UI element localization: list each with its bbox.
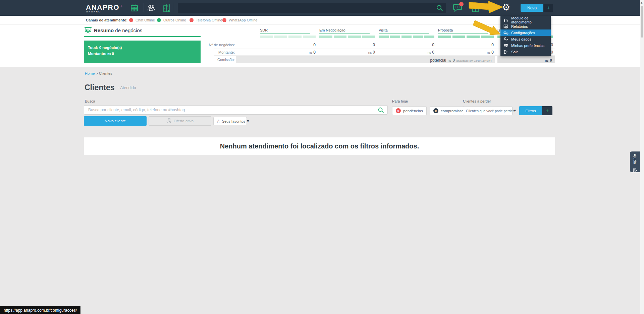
total-label: Total:: [88, 46, 98, 50]
logout-icon: [503, 49, 508, 55]
amount-value-proposta: R$ 0: [438, 50, 494, 55]
clients-to-lose-select[interactable]: Clientes que você pode perder ▼: [463, 106, 513, 115]
channel-label: Chat Offline: [136, 18, 155, 22]
channel-chat: Chat Offline: [129, 18, 155, 22]
seus-favoritos-button[interactable]: ☆ Seus favoritos ▼: [213, 117, 247, 125]
pendencias-label: pendências: [403, 109, 423, 113]
clients-to-lose-label: Clientes a perder: [463, 99, 491, 103]
global-search-icon[interactable]: [436, 4, 443, 13]
logo-text: ANAPRO: [86, 3, 119, 11]
building-icon[interactable]: [162, 3, 171, 14]
menu-item-meus-dados[interactable]: Meus dados: [500, 36, 551, 42]
channel-label: Telefonia Offline: [196, 18, 222, 22]
deals-value-sdr: 0: [260, 43, 316, 47]
calendar-icon[interactable]: [130, 4, 139, 13]
funnel-column-proposta: Proposta: [438, 28, 453, 32]
sliders-icon: [503, 43, 508, 48]
scrollbar-up-arrow[interactable]: ▲: [641, 1, 642, 4]
seus-favoritos-label: Seus favoritos: [222, 119, 246, 123]
presentation-chart-icon: [84, 27, 92, 36]
row-label-commission: Comissão:: [181, 58, 235, 62]
menu-item-configuracoes[interactable]: ⚙⚙ Configurações: [500, 29, 551, 36]
commission-bar: potencial R$ 0 atualizado em 03/10 16:49…: [236, 56, 495, 63]
row-label-deals: Nº de negócios:: [181, 43, 235, 47]
amount-value-sdr: R$ 0: [260, 50, 316, 55]
deals-value-visita: 0: [379, 43, 434, 47]
status-dot-red: [222, 18, 226, 22]
help-tab[interactable]: Ajuda: [630, 151, 640, 172]
navbar-divider: [159, 3, 159, 12]
commission-total-value: 0: [550, 58, 552, 63]
gears-icon: ⚙⚙: [503, 30, 508, 36]
empty-results-band: Nenhum atendimento foi localizado com os…: [84, 137, 555, 155]
logo-subtitle: ANAPRO: [86, 10, 101, 13]
funnel-segments-proposta: [438, 36, 494, 38]
notification-dot: [459, 2, 464, 6]
funnel-underline: [379, 34, 429, 34]
report-chart-icon: [503, 24, 508, 29]
novo-cliente-button[interactable]: Novo cliente: [84, 116, 147, 126]
oferta-ativa-label: Oferta ativa: [174, 119, 194, 123]
client-search-input[interactable]: [84, 105, 388, 115]
global-search-input[interactable]: [178, 3, 446, 13]
deals-value-proposta: 0: [438, 43, 494, 47]
today-label: Para hoje: [392, 99, 408, 103]
funnel-segments-negociacao: [319, 36, 375, 38]
funnel-segments-sdr: [260, 36, 316, 38]
hand-gift-icon[interactable]: [487, 3, 497, 14]
menu-item-relatorios[interactable]: Relatórios: [500, 23, 551, 29]
help-doc-icon: [633, 168, 637, 174]
user-edit-icon: [503, 37, 508, 42]
commission-value: 0: [452, 58, 455, 63]
menu-item-label: Sair: [511, 50, 518, 54]
star-icon: ☆: [216, 119, 220, 124]
filtros-button[interactable]: Filtros: [519, 106, 542, 115]
menu-item-modulo-atendimento[interactable]: Módulo de atendimento: [500, 17, 551, 23]
amount-currency: R$: [107, 53, 111, 56]
gift-icon[interactable]: [471, 3, 480, 14]
menu-item-minhas-preferencias[interactable]: Minhas preferências: [500, 42, 551, 49]
funnel-underline: [260, 34, 310, 34]
breadcrumb-home-link[interactable]: Home: [85, 71, 95, 75]
filtros-plus-button[interactable]: +: [542, 106, 552, 115]
channel-telefonia: Telefonia Offline: [190, 18, 222, 22]
novo-plus-button[interactable]: +: [543, 4, 553, 12]
status-dot-red: [129, 18, 133, 22]
channel-whatsapp: WhatsApp Offline: [222, 18, 257, 22]
navbar-divider: [174, 3, 174, 12]
menu-item-sair[interactable]: Sair: [500, 49, 551, 55]
channel-outros: Outros Online: [157, 18, 186, 22]
help-tab-label: Ajuda: [633, 154, 637, 164]
novo-button[interactable]: Novo: [521, 4, 543, 12]
scrollbar-thumb[interactable]: [641, 6, 643, 38]
select-value: Clientes que você pode perder: [466, 109, 514, 113]
chevron-down-icon: ▼: [247, 120, 249, 123]
status-bar-url: https://app.anapro.com.br/configuracoes/: [0, 306, 80, 314]
pendencias-button[interactable]: 0 pendências: [392, 106, 427, 115]
channel-label: WhatsApp Offline: [229, 18, 257, 22]
page-scrollbar[interactable]: [640, 0, 644, 314]
funnel-column-visita: Visita: [379, 28, 388, 32]
logo-plus-icon: +: [120, 3, 123, 9]
channel-label: Outros Online: [163, 18, 186, 22]
search-label: Busca: [85, 99, 95, 103]
commission-potential-label: potencial: [430, 58, 446, 63]
client-search-icon[interactable]: [378, 107, 384, 115]
commission-updated-timestamp: atualizado em 03/10 16:49:44: [457, 59, 492, 62]
top-navbar: ANAPRO+ ANAPRO: [0, 0, 640, 16]
breadcrumb: Home > Clientes: [85, 71, 112, 75]
menu-item-label: Minhas preferências: [511, 44, 544, 48]
chat-notifications-icon[interactable]: [453, 3, 463, 14]
users-icon[interactable]: [147, 4, 156, 13]
settings-gear-icon[interactable]: ⚙: [502, 3, 510, 12]
status-dot-green: [157, 18, 161, 22]
commission-total-cell: R$ 0: [497, 56, 555, 63]
oferta-ativa-button[interactable]: Oferta ativa: [149, 116, 211, 126]
menu-item-label: Configurações: [511, 31, 535, 35]
page-title: Clientes- Atendido: [85, 83, 136, 92]
amount-value: 0: [112, 52, 114, 56]
breadcrumb-separator: >: [95, 71, 99, 75]
summary-title: Resumo de negócios: [94, 27, 142, 33]
funnel-column-sdr: SDR: [260, 28, 268, 32]
funnel-underline: [438, 34, 488, 34]
